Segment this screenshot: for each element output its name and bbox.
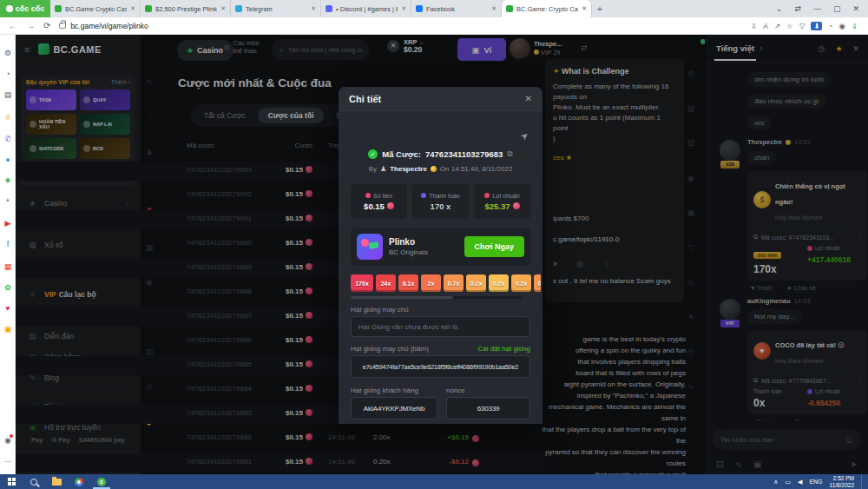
browser-toolbar: ← → ⟳ bc.game/vi/game/plinko ⇩ A ↗ ☆ ▽ ⬇… bbox=[0, 17, 868, 35]
share-icon[interactable]: ↗ bbox=[774, 22, 780, 30]
facebook-icon[interactable]: f bbox=[0, 240, 16, 248]
adblock-shield-icon[interactable]: ▽ bbox=[799, 22, 806, 30]
window-minimize-button[interactable]: — bbox=[813, 4, 821, 13]
browser-tab-3[interactable]: Telegram✕ bbox=[231, 0, 321, 17]
history-icon[interactable]: ◔ bbox=[0, 69, 16, 78]
multiplier-chip: 0.7x bbox=[534, 274, 541, 292]
window-close-button[interactable]: ✕ bbox=[852, 4, 859, 13]
multiplier-chip: 170x bbox=[351, 274, 373, 292]
multiplier-strip[interactable]: 170x 24x 8.1x 2x 0.7x 0.2x 0.2x 0.2x 0.7… bbox=[351, 274, 541, 292]
back-button[interactable]: ← bbox=[9, 21, 17, 30]
game-row: PlinkoBC Originals Chơi Ngay bbox=[351, 228, 530, 266]
client-seed-field[interactable]: AkIA4YKKPJMXeNb bbox=[351, 397, 437, 420]
chat-app-icon[interactable]: ● bbox=[0, 155, 16, 164]
profile-icon[interactable]: ◉ bbox=[838, 22, 845, 30]
file-explorer-icon[interactable] bbox=[45, 474, 68, 489]
tab-close-icon[interactable]: ✕ bbox=[582, 5, 587, 12]
chrome-icon[interactable] bbox=[68, 474, 90, 489]
youtube-icon[interactable]: ▶ bbox=[0, 219, 16, 228]
bet-details-modal: Chi tiết ✕ ➤ ✓ Mã Cược: 7476234110327968… bbox=[339, 87, 542, 424]
coccoc-cup-icon bbox=[6, 5, 13, 12]
stat-payout: Thanh toán 170 x bbox=[412, 184, 469, 219]
multiplier-chip: 0.2x bbox=[466, 274, 486, 292]
share-icon[interactable]: ➤ bbox=[518, 129, 531, 143]
language-indicator[interactable]: ENG bbox=[809, 479, 822, 485]
multiplier-scrollbar[interactable] bbox=[351, 296, 523, 299]
hidden-icons-chevron[interactable]: ∧ bbox=[773, 479, 778, 486]
downloads-icon[interactable]: ⇓ bbox=[852, 22, 858, 30]
tab-search-icon[interactable]: ⌄ bbox=[776, 4, 783, 13]
multiplier-chip: 0.2x bbox=[511, 274, 531, 292]
newsfeed-icon[interactable]: ▤ bbox=[0, 90, 16, 99]
messenger-icon[interactable]: ✆ bbox=[0, 135, 16, 143]
new-tab-button[interactable]: + bbox=[592, 0, 608, 17]
hashed-seed-field[interactable]: e7c459474fa77ae5ce9e6218f5f8ceff4086f991… bbox=[351, 355, 530, 378]
browser-tab-4[interactable]: • Discord | #games | BC G✕ bbox=[321, 0, 411, 17]
window-maximize-button[interactable]: ▢ bbox=[833, 4, 841, 13]
coccoc-side-strip: ⚙ ◔ ▤ ♕ ✆ ● ◈ + ▶ f ▦ ✿ ♥ ▣ ◉ ⋯ bbox=[0, 35, 16, 474]
notification-bell-icon[interactable]: ◉ bbox=[0, 436, 16, 445]
multiplier-chip: 0.7x bbox=[444, 274, 464, 292]
bcgame-page: ≡ BC.GAME Đặc quyền VIP của tôi Thêm › T… bbox=[16, 35, 868, 474]
taskbar-search-button[interactable] bbox=[23, 474, 45, 489]
bet-id-value: 74762341103279683 bbox=[425, 149, 503, 159]
browser-tab-active[interactable]: BC.Game: Crypto Casino Ga✕ bbox=[502, 0, 592, 17]
forward-button[interactable]: → bbox=[26, 21, 35, 30]
game-center-icon[interactable]: ◈ bbox=[0, 175, 16, 184]
browser-tab-2[interactable]: $2,500 Prestige Plinko Chall✕ bbox=[141, 0, 231, 17]
tab-close-icon[interactable]: ✕ bbox=[220, 5, 226, 12]
plinko-game-icon bbox=[357, 234, 383, 260]
shopee-icon[interactable]: ▦ bbox=[0, 262, 16, 271]
coccoc-taskbar-icon[interactable]: c bbox=[90, 474, 113, 489]
https-lock-icon[interactable] bbox=[59, 23, 66, 29]
translate-icon[interactable]: A bbox=[763, 22, 768, 30]
browser-tab-5[interactable]: Facebook✕ bbox=[411, 0, 502, 17]
reload-button[interactable]: ⟳ bbox=[43, 21, 50, 30]
copy-icon[interactable]: ⧉ bbox=[507, 149, 512, 159]
add-shortcut-icon[interactable]: + bbox=[0, 196, 16, 205]
gift-app-icon[interactable]: ✿ bbox=[0, 283, 16, 292]
tab-close-icon[interactable]: ✕ bbox=[401, 5, 406, 12]
show-desktop-button[interactable] bbox=[861, 474, 865, 489]
tab-close-icon[interactable]: ✕ bbox=[311, 5, 316, 12]
volume-icon[interactable]: ◀ bbox=[798, 479, 802, 486]
bettor-name[interactable]: Thespectre bbox=[390, 165, 427, 173]
tab-close-icon[interactable]: ✕ bbox=[130, 5, 135, 12]
multiplier-chip: 8.1x bbox=[398, 274, 418, 292]
medal-icon bbox=[431, 166, 437, 172]
coin-icon bbox=[513, 202, 520, 209]
nonce-field[interactable]: 630339 bbox=[446, 397, 530, 420]
site-favicon bbox=[416, 5, 423, 12]
start-button[interactable] bbox=[0, 474, 23, 489]
server-seed-label: Hạt giống máy chủ bbox=[351, 306, 409, 314]
network-icon[interactable]: ▭ bbox=[785, 479, 791, 486]
payout-icon bbox=[421, 193, 426, 198]
save-page-icon[interactable]: ⇩ bbox=[751, 22, 757, 30]
server-seed-field[interactable]: Hạt Giống vẫn chưa được tiết lộ. bbox=[351, 316, 530, 337]
notification-badge bbox=[10, 434, 13, 438]
site-favicon bbox=[55, 5, 62, 12]
browser-tab-1[interactable]: BC.Game Crypto Casino Ga✕ bbox=[50, 0, 141, 17]
campaign-icon[interactable]: ◔ bbox=[828, 22, 832, 30]
game-name: Plinko bbox=[389, 237, 428, 247]
coccoc-logo[interactable]: cốc cốc bbox=[0, 0, 50, 17]
more-icon[interactable]: ⋯ bbox=[0, 457, 16, 466]
address-bar[interactable]: bc.game/vi/game/plinko bbox=[70, 22, 148, 30]
stat-profit: Lợi nhuận $25.37 bbox=[474, 184, 530, 219]
browser-tab-bar: cốc cốc BC.Game Crypto Casino Ga✕ $2,500… bbox=[0, 0, 868, 17]
taskbar-clock[interactable]: 2:52 PM11/8/2022 bbox=[830, 475, 854, 488]
bookmark-star-icon[interactable]: ☆ bbox=[786, 22, 793, 30]
download-manager-icon[interactable]: ⬇ bbox=[811, 22, 822, 30]
hashed-seed-label: Hạt giống máy chủ (băm) bbox=[351, 345, 429, 353]
tab-sync-icon[interactable]: ⇄ bbox=[794, 4, 801, 13]
site-favicon bbox=[506, 5, 513, 12]
modal-close-icon[interactable]: ✕ bbox=[525, 94, 532, 103]
cart-app-icon[interactable]: ▣ bbox=[0, 325, 16, 334]
tab-close-icon[interactable]: ✕ bbox=[491, 5, 496, 12]
vip-crown-icon[interactable]: ♕ bbox=[0, 113, 16, 122]
site-favicon bbox=[235, 5, 242, 12]
play-now-button[interactable]: Chơi Ngay bbox=[464, 236, 524, 257]
shop-app-icon[interactable]: ♥ bbox=[0, 304, 16, 313]
settings-icon[interactable]: ⚙ bbox=[0, 49, 16, 57]
seed-settings-link[interactable]: Cài đặt hạt giống bbox=[478, 345, 531, 353]
